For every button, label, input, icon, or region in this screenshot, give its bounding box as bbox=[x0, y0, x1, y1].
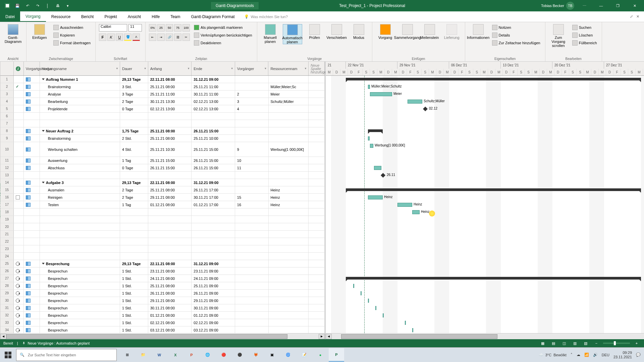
resource-cell[interactable] bbox=[269, 245, 309, 252]
auto-schedule-button[interactable]: Automatisch planen bbox=[283, 24, 302, 44]
mode-cell[interactable] bbox=[24, 90, 40, 98]
name-cell[interactable] bbox=[40, 245, 120, 252]
tab-gantt-format[interactable]: Gantt-Diagramm Format bbox=[186, 11, 240, 22]
gantt-summary-bar[interactable] bbox=[346, 78, 641, 80]
name-cell[interactable]: Besprechun bbox=[40, 282, 120, 289]
table-row[interactable]: 7 bbox=[0, 120, 325, 127]
row-number[interactable]: 10 bbox=[0, 142, 14, 157]
split-button[interactable]: ✂ bbox=[182, 34, 190, 41]
predecessor-cell[interactable] bbox=[235, 312, 269, 319]
duration-cell[interactable] bbox=[120, 120, 148, 127]
newcol-cell[interactable] bbox=[309, 90, 325, 98]
user-account[interactable]: Tobias Becker TB bbox=[541, 2, 574, 10]
end-cell[interactable]: 30.11.21 09:00 bbox=[192, 304, 235, 311]
volume-icon[interactable]: 🔊 bbox=[593, 353, 598, 357]
header-mode[interactable]: Vorgangsmodus▼ bbox=[24, 62, 40, 75]
predecessor-cell[interactable] bbox=[235, 282, 269, 289]
notifications-icon[interactable]: 💬 bbox=[636, 353, 641, 357]
details-button[interactable]: Details bbox=[491, 32, 542, 39]
row-number[interactable]: 29 bbox=[0, 290, 14, 297]
header-rownum[interactable] bbox=[0, 62, 14, 75]
duration-cell[interactable] bbox=[120, 172, 148, 179]
table-row[interactable]: 28Besprechun1 Std.25.11.21 08:0025.11.21… bbox=[0, 282, 325, 290]
resource-cell[interactable] bbox=[269, 253, 309, 260]
copy-button[interactable]: Kopieren bbox=[52, 32, 92, 39]
indicator-cell[interactable] bbox=[14, 297, 24, 304]
start-cell[interactable]: 30.11.21 08:00 bbox=[148, 304, 192, 311]
help-icon[interactable]: ✕ bbox=[636, 14, 639, 19]
gantt-body[interactable]: Müller;Meier;SchultzMeierSchultz;Müller0… bbox=[326, 76, 644, 333]
resource-cell[interactable] bbox=[269, 312, 309, 319]
gantt-timeline[interactable]: 2122 Nov '2129 Nov '2106 Dez '2113 Dez '… bbox=[326, 62, 644, 76]
table-row[interactable]: 21 bbox=[0, 231, 325, 238]
duration-cell[interactable] bbox=[120, 216, 148, 223]
newcol-cell[interactable] bbox=[309, 267, 325, 275]
indicator-cell[interactable] bbox=[14, 223, 24, 230]
duration-cell[interactable]: 1 Std. bbox=[120, 304, 148, 311]
mode-cell[interactable] bbox=[24, 312, 40, 319]
view-resource-icon[interactable]: ▥ bbox=[571, 340, 579, 346]
table-row[interactable]: 20 bbox=[0, 223, 325, 231]
mode-cell[interactable] bbox=[24, 253, 40, 260]
notes-button[interactable]: Notizen bbox=[491, 24, 542, 31]
resource-cell[interactable] bbox=[269, 282, 309, 289]
indicator-cell[interactable] bbox=[14, 216, 24, 223]
table-row[interactable]: 22 bbox=[0, 238, 325, 245]
paste-button[interactable]: Einfügen bbox=[30, 24, 49, 40]
gantt-recurring-tick[interactable] bbox=[405, 321, 406, 325]
tab-hilfe[interactable]: Hilfe bbox=[146, 11, 165, 22]
resource-cell[interactable] bbox=[269, 260, 309, 267]
predecessor-cell[interactable] bbox=[235, 238, 269, 245]
newcol-cell[interactable] bbox=[309, 105, 325, 112]
table-row[interactable]: 2✓Brainstorming3 Std.25.11.21 08:0025.11… bbox=[0, 83, 325, 90]
duration-cell[interactable]: 2 Std. bbox=[120, 135, 148, 142]
mode-cell[interactable] bbox=[24, 275, 40, 282]
font-size-combo[interactable]: 11 bbox=[128, 24, 142, 32]
start-cell[interactable]: 02.12.21 08:00 bbox=[148, 319, 192, 326]
predecessor-cell[interactable] bbox=[235, 304, 269, 311]
row-number[interactable]: 21 bbox=[0, 231, 14, 238]
start-cell[interactable] bbox=[148, 245, 192, 252]
table-row[interactable]: 3Analyse3 Tage25.11.21 11:0030.11.21 11:… bbox=[0, 90, 325, 98]
resource-cell[interactable] bbox=[269, 326, 309, 333]
indicator-cell[interactable] bbox=[14, 179, 24, 186]
resource-cell[interactable]: Heinz bbox=[269, 186, 309, 193]
resource-cell[interactable] bbox=[269, 267, 309, 275]
scroll-to-task-button[interactable]: Zum Vorgang scrollen bbox=[549, 24, 568, 48]
gantt-recurring-tick[interactable] bbox=[375, 306, 376, 310]
resource-cell[interactable] bbox=[269, 120, 309, 127]
excel-icon[interactable]: X bbox=[168, 348, 183, 362]
indicator-cell[interactable] bbox=[14, 76, 24, 83]
mode-cell[interactable] bbox=[24, 267, 40, 275]
predecessor-cell[interactable]: 3 bbox=[235, 98, 269, 105]
end-cell[interactable]: 31.12.21 09:00 bbox=[192, 76, 235, 83]
project-app-icon[interactable]: P bbox=[329, 348, 344, 362]
resource-cell[interactable] bbox=[269, 208, 309, 216]
mode-cell[interactable] bbox=[24, 297, 40, 304]
start-cell[interactable]: 01.12.21 08:00 bbox=[148, 201, 192, 208]
name-cell[interactable]: Besprechun bbox=[40, 304, 120, 311]
duration-cell[interactable]: 3 Std. bbox=[120, 83, 148, 90]
table-row[interactable]: 24 bbox=[0, 253, 325, 260]
end-cell[interactable] bbox=[192, 208, 235, 216]
header-name[interactable]: Vorgangsname▼ bbox=[40, 62, 120, 75]
insert-summary-button[interactable]: Sammelvorgang bbox=[398, 24, 417, 40]
start-cell[interactable] bbox=[148, 208, 192, 216]
view-gantt-icon[interactable]: ▦ bbox=[539, 340, 547, 346]
resource-cell[interactable] bbox=[269, 319, 309, 326]
indicator-cell[interactable] bbox=[14, 319, 24, 326]
table-row[interactable]: 17Testen1 Tag01.12.21 08:0001.12.21 17:0… bbox=[0, 201, 325, 208]
resource-cell[interactable] bbox=[269, 172, 309, 179]
mode-cell[interactable] bbox=[24, 208, 40, 216]
predecessor-cell[interactable]: 2 bbox=[235, 90, 269, 98]
name-cell[interactable]: Projektende bbox=[40, 105, 120, 112]
tab-file[interactable]: Datei bbox=[0, 11, 20, 22]
name-cell[interactable]: Besprechun bbox=[40, 319, 120, 326]
start-cell[interactable]: 22.11.21 08:00 bbox=[148, 76, 192, 83]
gantt-task-bar[interactable] bbox=[408, 100, 422, 104]
resource-cell[interactable] bbox=[269, 105, 309, 112]
end-cell[interactable]: 26.11.21 15:00 bbox=[192, 127, 235, 134]
table-row[interactable]: 33Besprechun1 Std.02.12.21 08:0002.12.21… bbox=[0, 319, 325, 326]
newcol-cell[interactable] bbox=[309, 127, 325, 134]
resource-cell[interactable] bbox=[269, 164, 309, 171]
